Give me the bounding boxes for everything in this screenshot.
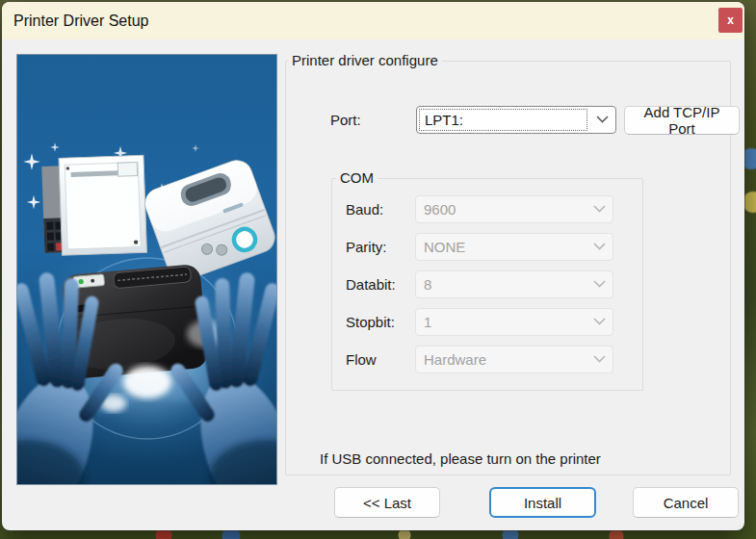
baud-combobox: 9600 [415,195,613,223]
chevron-down-icon [593,355,606,363]
add-tcpip-port-button[interactable]: Add TCP/IP Port [624,106,740,135]
databit-value: 8 [424,271,431,297]
parity-combobox: NONE [415,233,613,261]
kiosk-printer-image [41,155,146,256]
title-bar[interactable]: Printer Driver Setup x [2,2,744,39]
cancel-button[interactable]: Cancel [633,487,739,518]
printer-promo-illustration [17,55,276,484]
last-button[interactable]: << Last [334,487,440,518]
flow-combobox: Hardware [415,346,613,373]
stopbit-label: Stopbit: [346,308,395,336]
databit-label: Databit: [346,270,396,298]
flow-label: Flow [346,346,377,373]
port-combobox[interactable]: LPT1: [416,106,616,134]
stopbit-combobox: 1 [415,308,613,336]
chevron-down-icon [596,116,609,123]
close-button[interactable]: x [718,8,743,33]
usb-note: If USB connected, please turn on the pri… [320,450,601,467]
close-icon: x [727,13,734,27]
flow-value: Hardware [424,346,486,372]
chevron-down-icon [593,205,606,213]
printer-driver-setup-dialog: Printer Driver Setup x [2,2,744,530]
com-group-title: COM [336,169,378,186]
stopbit-value: 1 [424,309,431,335]
chevron-down-icon [593,318,606,325]
baud-value: 9600 [424,196,456,222]
port-value: LPT1: [425,107,463,133]
window-title: Printer Driver Setup [13,2,149,39]
baud-label: Baud: [346,195,383,223]
parity-label: Parity: [346,233,387,261]
printer-promo-image [17,55,276,484]
parity-value: NONE [424,234,465,260]
install-button[interactable]: Install [489,487,596,518]
chevron-down-icon [593,243,606,250]
port-label: Port: [330,106,361,134]
databit-combobox: 8 [415,270,613,298]
group-title: Printer driver configure [288,52,442,68]
chevron-down-icon [593,280,606,288]
